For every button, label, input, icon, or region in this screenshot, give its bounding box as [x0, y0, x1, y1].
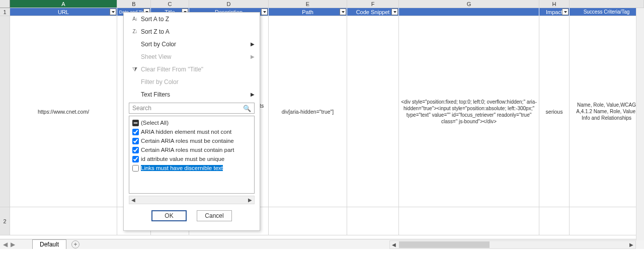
row-number-1[interactable]: 1 [0, 8, 10, 16]
tab-first-icon[interactable]: ◀ [3, 241, 8, 248]
col-header-B[interactable]: B [117, 0, 151, 8]
menu-label: Filter by Color [141, 78, 179, 86]
menu-label: Sort A to Z [141, 16, 169, 23]
filter-button[interactable] [110, 9, 116, 15]
sort-by-color[interactable]: Sort by Color▶ [124, 38, 260, 50]
checkbox[interactable] [132, 138, 139, 144]
sort-a-z[interactable]: A↓Sort A to Z [124, 13, 260, 25]
placeholder-text: Search [132, 105, 151, 112]
row-number-2[interactable]: 2 [0, 207, 10, 235]
checkbox[interactable] [132, 120, 139, 126]
col-header-G[interactable]: G [399, 0, 539, 8]
ok-button[interactable]: OK [151, 210, 187, 221]
cell-snippet-a[interactable] [347, 16, 399, 207]
cell[interactable] [347, 207, 399, 235]
vertical-scrollbar[interactable] [636, 8, 644, 240]
check-label: (Select All) [141, 120, 169, 126]
table-row: 2 [0, 207, 644, 235]
clear-filter: ⧩Clear Filter From "Title" [124, 63, 260, 75]
sheet-view: Sheet View▶ [124, 50, 260, 63]
cell-url[interactable]: https://www.cnet.com/ [10, 16, 117, 207]
col-header-A[interactable]: A [10, 0, 117, 8]
column-headers: A B C D E F G H [0, 0, 644, 8]
sort-desc-icon: Z↓ [129, 29, 141, 34]
cell-path[interactable]: div[aria-hidden="true"] [269, 16, 347, 207]
checkbox[interactable] [132, 165, 139, 172]
cell-criteria[interactable]: Name, Role, Value,WCAG A,4.1.2 Name, Rol… [570, 16, 644, 207]
checkbox[interactable] [132, 147, 139, 153]
check-item[interactable]: ARIA hidden element must not cont [131, 127, 252, 136]
col-header-F[interactable]: F [347, 0, 399, 8]
menu-label: Sort Z to A [141, 28, 170, 35]
sort-asc-icon: A↓ [129, 16, 141, 22]
tab-nav: ◀ ▶ [0, 241, 18, 248]
check-label: Certain ARIA roles must contain part [141, 147, 234, 153]
header-label: Code Snippet [356, 9, 390, 15]
menu-label: Text Filters [141, 91, 170, 98]
filter-button[interactable] [391, 9, 398, 15]
scroll-left-icon[interactable]: ◀ [129, 197, 137, 203]
header-snippet2 [399, 8, 539, 16]
chevron-right-icon: ▶ [251, 92, 255, 97]
button-row: OK Cancel [124, 207, 260, 224]
scrollbar-thumb[interactable] [399, 241, 490, 248]
cell[interactable] [10, 207, 117, 235]
scroll-right-icon[interactable]: ▶ [246, 197, 254, 203]
cell[interactable] [570, 207, 644, 235]
col-header-C[interactable]: C [151, 0, 189, 8]
col-header-H[interactable]: H [539, 0, 570, 8]
header-impact: Impact [539, 8, 570, 16]
checklist-scrollbar[interactable]: ◀▶ [129, 196, 255, 204]
header-snippet: Code Snippet [347, 8, 399, 16]
checkbox[interactable] [132, 156, 139, 162]
header-path: Path [269, 8, 347, 16]
scroll-right-icon[interactable]: ▶ [627, 242, 635, 247]
search-icon: 🔍 [243, 105, 251, 112]
cell[interactable] [539, 207, 570, 235]
filter-search-input[interactable]: Search🔍 [129, 103, 255, 114]
filter-checklist: (Select All) ARIA hidden element must no… [129, 116, 255, 194]
text-filters[interactable]: Text Filters▶ [124, 88, 260, 101]
check-label: Certain ARIA roles must be containe [141, 138, 234, 144]
filter-button[interactable] [261, 9, 268, 15]
header-label: Path [302, 9, 313, 15]
check-label: Links must have discernible text [141, 165, 223, 171]
filter-by-color: Filter by Color [124, 75, 260, 88]
spreadsheet-grid: A B C D E F G H 1 URL Date and Time Titl… [0, 0, 644, 240]
check-select-all[interactable]: (Select All) [131, 118, 252, 127]
menu-label: Sheet View [141, 53, 172, 60]
col-header-I[interactable] [570, 0, 644, 8]
filter-button[interactable] [340, 9, 346, 15]
header-url: URL [10, 8, 117, 16]
horizontal-scrollbar[interactable]: ◀ ▶ [389, 240, 636, 249]
check-item[interactable]: Certain ARIA roles must contain part [131, 145, 252, 154]
menu-label: Clear Filter From "Title" [141, 66, 203, 73]
filter-menu: A↓Sort A to Z Z↓Sort Z to A Sort by Colo… [123, 12, 260, 231]
tab-prev-icon[interactable]: ▶ [11, 241, 15, 248]
cell-impact[interactable]: serious [539, 16, 570, 207]
scroll-left-icon[interactable]: ◀ [390, 242, 398, 247]
check-item-selected[interactable]: Links must have discernible text [131, 163, 252, 173]
cell-snippet[interactable]: <div style="position:fixed; top:0; left:… [399, 16, 539, 207]
row-number-blank[interactable] [0, 16, 10, 207]
col-header-D[interactable]: D [189, 0, 269, 8]
filter-button[interactable] [562, 9, 569, 15]
col-header-E[interactable]: E [269, 0, 347, 8]
cell[interactable] [399, 207, 539, 235]
check-label: ARIA hidden element must not cont [141, 129, 231, 135]
select-all-corner[interactable] [0, 0, 10, 8]
check-label: id attribute value must be unique [141, 156, 224, 162]
chevron-right-icon: ▶ [251, 41, 255, 47]
check-item[interactable]: Certain ARIA roles must be containe [131, 136, 252, 145]
add-sheet-button[interactable]: + [71, 240, 79, 248]
sort-z-a[interactable]: Z↓Sort Z to A [124, 25, 260, 38]
table-row: https://www.cnet.com/ Ensures aria-hidde… [0, 16, 644, 207]
header-label: URL [58, 9, 69, 15]
sheet-tab-default[interactable]: Default [32, 239, 66, 249]
cell[interactable] [269, 207, 347, 235]
check-item[interactable]: id attribute value must be unique [131, 154, 252, 163]
cancel-button[interactable]: Cancel [197, 210, 232, 221]
chevron-right-icon: ▶ [251, 54, 255, 59]
table-header-row: 1 URL Date and Time Title Description Pa… [0, 8, 644, 16]
checkbox[interactable] [132, 129, 139, 135]
